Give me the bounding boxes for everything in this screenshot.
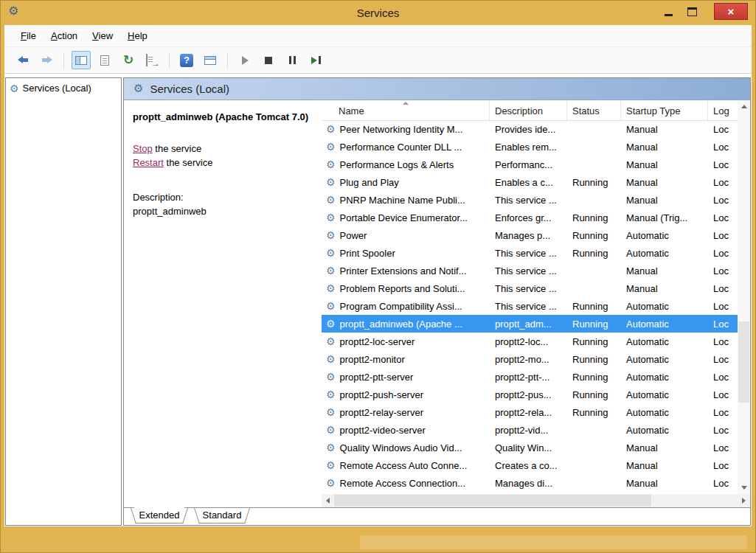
service-status-cell: Running (567, 336, 621, 347)
table-row[interactable]: ⚙Remote Access Connection... Manages di.… (322, 474, 738, 492)
table-row[interactable]: ⚙Plug and Play Enables a c... Running Ma… (322, 173, 738, 191)
properties-button[interactable] (95, 51, 114, 69)
service-gear-icon: ⚙ (326, 336, 336, 347)
service-gear-icon: ⚙ (326, 195, 336, 205)
scroll-right-icon[interactable] (742, 498, 746, 504)
service-description-cell: Enables rem... (490, 142, 567, 153)
horizontal-scrollbar[interactable] (322, 494, 750, 507)
table-row[interactable]: ⚙Performance Counter DLL ... Enables rem… (322, 138, 738, 156)
menu-view[interactable]: View (85, 27, 120, 45)
close-button[interactable]: × (714, 3, 748, 20)
service-logon-cell: Loc (708, 354, 738, 365)
table-row[interactable]: ⚙Peer Networking Identity M... Provides … (322, 120, 738, 138)
tree-item-services-local[interactable]: ⚙ Services (Local) (6, 78, 121, 94)
table-row[interactable]: ⚙Program Compatibility Assi... This serv… (322, 297, 738, 315)
table-row[interactable]: ⚙proptt2-monitor proptt2-mo... Running A… (322, 350, 738, 368)
vertical-scroll-thumb[interactable] (738, 321, 749, 403)
restart-service-button[interactable] (306, 51, 325, 69)
menu-action[interactable]: Action (44, 27, 85, 45)
table-row[interactable]: ⚙Performance Logs & Alerts Performanc...… (322, 156, 738, 173)
services-window: ⚙ Services × File Action View Help ↻ → ? (0, 0, 756, 553)
service-status-cell: Running (567, 407, 621, 418)
service-gear-icon: ⚙ (326, 265, 336, 276)
console-tree-panel: ⚙ Services (Local) (5, 77, 122, 526)
table-row[interactable]: ⚙PNRP Machine Name Publi... This service… (322, 191, 738, 209)
column-header-description[interactable]: Description (490, 100, 567, 120)
table-row[interactable]: ⚙Portable Device Enumerator... Enforces … (322, 209, 738, 226)
vertical-scrollbar[interactable] (738, 100, 750, 494)
service-name: proptt2-push-server (340, 389, 423, 400)
table-row[interactable]: ⚙proptt2-video-server proptt2-vid... Aut… (322, 421, 738, 439)
service-name: Plug and Play (340, 177, 399, 188)
forward-button[interactable] (37, 51, 56, 69)
service-gear-icon: ⚙ (326, 283, 336, 293)
service-logon-cell: Loc (708, 460, 738, 471)
help-button[interactable]: ? (177, 51, 196, 69)
pause-service-button[interactable] (282, 51, 302, 69)
service-name: proptt2-monitor (340, 354, 405, 365)
toolbar-separator (169, 52, 170, 69)
service-description-cell: Enables a c... (490, 177, 567, 188)
stop-service-link[interactable]: Stop (133, 143, 153, 154)
service-name: Performance Counter DLL ... (340, 142, 462, 153)
table-row[interactable]: ⚙Quality Windows Audio Vid... Quality Wi… (322, 439, 738, 456)
service-gear-icon: ⚙ (326, 177, 336, 187)
column-header-log-on-as[interactable]: Log (708, 100, 738, 120)
help-icon: ? (180, 54, 193, 67)
export-list-button[interactable]: → (142, 51, 162, 69)
service-gear-icon: ⚙ (326, 212, 336, 223)
service-gear-icon: ⚙ (326, 301, 336, 311)
horizontal-scroll-thumb[interactable] (334, 495, 651, 507)
service-startup-cell: Manual (621, 265, 708, 276)
table-row[interactable]: ⚙Problem Reports and Soluti... This serv… (322, 279, 738, 297)
table-row[interactable]: ⚙proptt_adminweb (Apache ... proptt_adm.… (322, 315, 738, 333)
back-button[interactable] (13, 51, 32, 69)
scroll-left-icon[interactable] (326, 498, 330, 504)
service-logon-cell: Loc (708, 389, 738, 400)
tab-standard[interactable]: Standard (192, 508, 252, 524)
table-row[interactable]: ⚙proptt2-relay-server proptt2-rela... Ru… (322, 403, 738, 421)
service-name: proptt_adminweb (Apache ... (340, 319, 462, 330)
service-description-cell: Provides ide... (490, 124, 567, 135)
service-rows: ⚙Peer Networking Identity M... Provides … (322, 120, 738, 494)
service-name: Problem Reports and Soluti... (340, 283, 465, 294)
tab-extended[interactable]: Extended (128, 508, 190, 524)
service-logon-cell: Loc (708, 124, 738, 135)
scroll-up-icon[interactable] (741, 105, 747, 108)
table-row[interactable]: ⚙proptt2-loc-server proptt2-loc... Runni… (322, 333, 738, 350)
service-description-cell: Creates a co... (490, 460, 567, 471)
service-logon-cell: Loc (708, 265, 738, 276)
menu-help[interactable]: Help (120, 27, 155, 45)
table-row[interactable]: ⚙proptt2-push-server proptt2-pus... Runn… (322, 386, 738, 403)
restart-service-link[interactable]: Restart (133, 157, 164, 168)
service-gear-icon: ⚙ (326, 442, 336, 453)
column-header-startup-type[interactable]: Startup Type (621, 100, 708, 120)
refresh-button[interactable]: ↻ (119, 51, 138, 69)
service-logon-cell: Loc (708, 425, 738, 436)
banner-title: Services (Local) (150, 83, 229, 95)
minimize-button[interactable] (657, 3, 679, 20)
show-console-tree-button[interactable] (72, 51, 91, 69)
scroll-down-icon[interactable] (741, 486, 747, 490)
service-startup-cell: Automatic (621, 425, 708, 436)
maximize-button[interactable] (681, 3, 703, 20)
table-row[interactable]: ⚙Remote Access Auto Conne... Creates a c… (322, 456, 738, 474)
service-startup-cell: Manual (621, 124, 708, 135)
refresh-icon: ↻ (123, 54, 133, 66)
service-startup-cell: Manual (621, 142, 708, 153)
service-description-cell: Manages p... (490, 230, 567, 241)
column-header-name[interactable]: Name (322, 100, 490, 120)
table-row[interactable]: ⚙Print Spooler This service ... Running … (322, 244, 738, 262)
service-name: Power (340, 230, 367, 241)
show-action-pane-button[interactable] (201, 51, 220, 69)
column-header-status[interactable]: Status (567, 100, 621, 120)
service-description-cell: proptt2-rela... (490, 407, 567, 418)
service-name: proptt2-loc-server (340, 336, 415, 347)
start-service-button[interactable] (235, 51, 254, 69)
table-row[interactable]: ⚙Printer Extensions and Notif... This se… (322, 262, 738, 279)
stop-service-button[interactable] (259, 51, 278, 69)
menu-file[interactable]: File (13, 27, 44, 45)
table-row[interactable]: ⚙proptt2-ptt-server proptt2-ptt-... Runn… (322, 368, 738, 386)
table-row[interactable]: ⚙Power Manages p... Running Automatic Lo… (322, 226, 738, 244)
service-gear-icon: ⚙ (326, 124, 336, 134)
